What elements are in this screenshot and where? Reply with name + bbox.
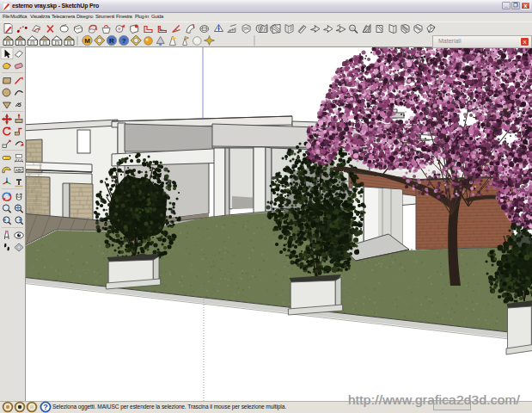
- svg-text:R: R: [109, 37, 114, 45]
- svg-text:?: ?: [122, 37, 126, 45]
- svg-text:?: ?: [43, 403, 48, 411]
- svg-text:M: M: [84, 37, 90, 45]
- svg-text:ABC: ABC: [15, 169, 24, 173]
